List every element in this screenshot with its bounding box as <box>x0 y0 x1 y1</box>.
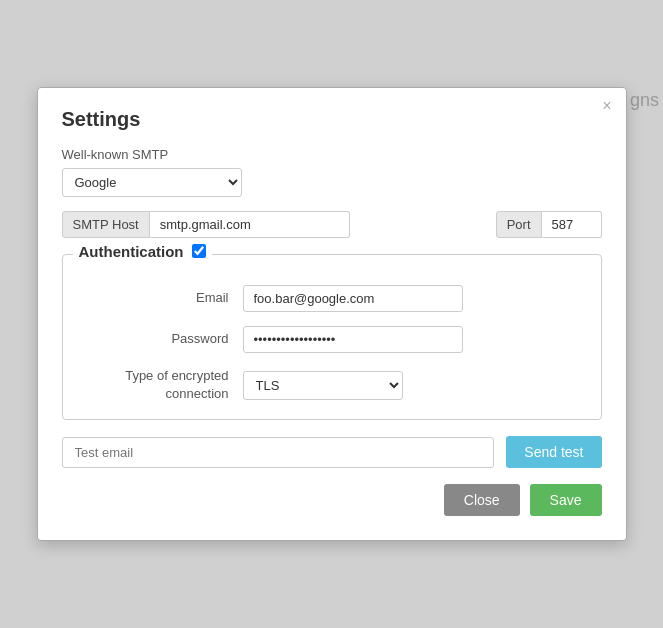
smtp-provider-select[interactable]: Google Yahoo Outlook Custom <box>62 168 242 197</box>
test-email-input[interactable] <box>62 437 495 468</box>
smtp-host-input[interactable] <box>150 211 350 238</box>
port-group: Port <box>496 211 602 238</box>
save-button[interactable]: Save <box>530 484 602 516</box>
email-row: Email <box>83 285 581 312</box>
overlay: gns × Settings Well-known SMTP Google Ya… <box>0 0 663 628</box>
encryption-row: Type of encryptedconnection TLS SSL None <box>83 367 581 403</box>
encryption-select[interactable]: TLS SSL None <box>243 371 403 400</box>
smtp-host-label: SMTP Host <box>62 211 150 238</box>
auth-legend-text: Authentication <box>79 243 184 260</box>
auth-legend: Authentication <box>73 243 212 260</box>
port-input[interactable] <box>542 211 602 238</box>
email-label: Email <box>83 289 243 307</box>
encryption-label: Type of encryptedconnection <box>83 367 243 403</box>
close-button[interactable]: Close <box>444 484 520 516</box>
auth-fieldset: Authentication Email Password Type of en… <box>62 254 602 420</box>
port-label: Port <box>496 211 542 238</box>
send-test-button[interactable]: Send test <box>506 436 601 468</box>
close-icon[interactable]: × <box>602 98 611 114</box>
auth-checkbox[interactable] <box>192 244 206 258</box>
test-row: Send test <box>62 436 602 468</box>
password-input[interactable] <box>243 326 463 353</box>
password-label: Password <box>83 330 243 348</box>
password-row: Password <box>83 326 581 353</box>
email-input[interactable] <box>243 285 463 312</box>
dialog-title: Settings <box>62 108 602 131</box>
bg-text: gns <box>630 90 663 111</box>
actions-row: Close Save <box>62 484 602 516</box>
settings-dialog: × Settings Well-known SMTP Google Yahoo … <box>37 87 627 541</box>
well-known-smtp-label: Well-known SMTP <box>62 147 602 162</box>
